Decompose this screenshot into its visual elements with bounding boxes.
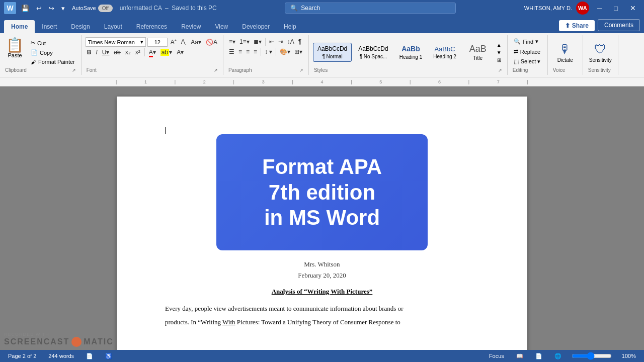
superscript-button[interactable]: x²: [134, 48, 142, 57]
statusbar: Page 2 of 2 244 words 📄 ♿ Focus 📖 📄 🌐 10…: [0, 350, 644, 362]
print-layout-button[interactable]: 📄: [533, 352, 544, 360]
document-page[interactable]: Format APA7th editionin MS Word Mrs. Whi…: [117, 97, 527, 350]
multilevel-list-button[interactable]: ≣▾: [252, 37, 263, 46]
select-icon: ⬚: [514, 58, 519, 65]
justify-button[interactable]: ≡: [252, 47, 259, 56]
autosave-toggle[interactable]: Off: [98, 5, 113, 12]
underline-button[interactable]: U▾: [101, 48, 111, 57]
sensitivity-label: Sensitivity: [589, 57, 612, 63]
styles-expand-icon[interactable]: ↗: [498, 68, 502, 73]
web-layout-button[interactable]: 🌐: [552, 352, 564, 360]
word-count-button[interactable]: 244 words: [46, 352, 76, 360]
find-button[interactable]: 🔍 Find▾: [512, 37, 540, 46]
title-bar-right: WHITSON, AMY D. WA ─ □ ✕: [524, 2, 640, 15]
paragraph-2: products. In “Writing With Pictures: Tow…: [165, 317, 479, 328]
minimize-button[interactable]: ─: [593, 4, 606, 13]
sensitivity-button[interactable]: 🛡: [594, 42, 606, 56]
tab-review[interactable]: Review: [174, 20, 208, 33]
tab-layout[interactable]: Layout: [97, 20, 129, 33]
format-painter-button[interactable]: 🖌 Format Painter: [29, 58, 77, 66]
user-name: WHITSON, AMY D.: [524, 5, 572, 11]
subscript-button[interactable]: x₂: [124, 48, 132, 57]
styles-scroll-up[interactable]: ▲: [495, 42, 503, 48]
cut-icon: ✂: [31, 40, 35, 46]
increase-font-button[interactable]: A+: [169, 38, 178, 47]
copy-button[interactable]: 📄 Copy: [29, 48, 77, 57]
read-mode-button[interactable]: 📖: [514, 352, 525, 360]
styles-scroll-down[interactable]: ▼: [495, 49, 503, 56]
font-expand-icon[interactable]: ↗: [214, 68, 218, 73]
bullets-button[interactable]: ≡▾: [227, 37, 237, 46]
dictate-button[interactable]: 🎙: [559, 42, 571, 56]
numbering-button[interactable]: 1≡▾: [238, 37, 251, 46]
zoom-slider[interactable]: [572, 352, 612, 360]
focus-button[interactable]: Focus: [487, 352, 506, 360]
style-normal[interactable]: AaBbCcDd ¶ Normal: [313, 43, 352, 61]
tab-view[interactable]: View: [208, 20, 235, 33]
styles-more[interactable]: ⊞: [495, 57, 503, 63]
ruler: |1|2| 3|4|5 |6|7|: [0, 77, 644, 86]
clipboard-expand-icon[interactable]: ↗: [72, 68, 76, 73]
restore-button[interactable]: □: [610, 4, 622, 13]
tab-references[interactable]: References: [129, 20, 174, 33]
font-color-button[interactable]: A▾: [147, 48, 157, 57]
zoom-level[interactable]: 100%: [620, 352, 638, 360]
style-no-spacing[interactable]: AaBbCcDd ¶ No Spac...: [354, 43, 392, 61]
change-case-button[interactable]: Aa▾: [189, 38, 203, 47]
shading-button[interactable]: 🎨▾: [278, 47, 292, 56]
align-center-button[interactable]: ≡: [237, 47, 244, 56]
paragraph-1: Every day, people view advertisements me…: [165, 304, 479, 314]
line-spacing-button[interactable]: ↕ ▾: [263, 47, 274, 56]
language-button[interactable]: 📄: [84, 352, 95, 360]
sort-button[interactable]: ↕A: [286, 37, 296, 46]
italic-button[interactable]: I: [94, 48, 99, 57]
bold-button[interactable]: B: [86, 48, 93, 57]
page-container[interactable]: Format APA7th editionin MS Word Mrs. Whi…: [0, 86, 644, 350]
increase-indent-button[interactable]: ⇥: [277, 37, 285, 46]
font-name-select[interactable]: Times New Roman ▾: [86, 37, 146, 47]
strikethrough-button[interactable]: ab: [112, 48, 122, 57]
comments-button[interactable]: Comments: [598, 19, 640, 31]
tab-design[interactable]: Design: [64, 20, 97, 33]
save-button[interactable]: 💾: [19, 4, 31, 13]
word-icon: W: [4, 2, 16, 14]
tab-insert[interactable]: Insert: [35, 20, 64, 33]
page-count[interactable]: Page 2 of 2: [6, 352, 38, 360]
subtitle-line: Analysis of “Writing With Pictures”: [165, 288, 479, 296]
redo-button[interactable]: ↪: [47, 4, 56, 13]
tab-help[interactable]: Help: [277, 20, 303, 33]
style-heading2[interactable]: AaBbC Heading 2: [429, 43, 461, 62]
share-button[interactable]: ⬆ Share: [559, 20, 595, 31]
close-button[interactable]: ✕: [626, 3, 640, 13]
replace-button[interactable]: ⇄ Replace: [512, 47, 542, 56]
select-button[interactable]: ⬚ Select ▾: [512, 57, 543, 66]
search-bar[interactable]: 🔍 Search: [285, 3, 456, 14]
paragraph-label: Paragraph: [228, 67, 252, 73]
style-heading1[interactable]: AaBb Heading 1: [395, 42, 427, 62]
style-h1-preview: AaBb: [401, 45, 420, 53]
doc-name: unformatted CA: [120, 5, 162, 12]
text-cursor: [165, 127, 166, 134]
clear-formatting-button[interactable]: 🚫A: [204, 38, 219, 47]
format-painter-icon: 🖌: [31, 59, 36, 65]
text-effects-button[interactable]: A▾: [175, 48, 185, 57]
undo-button[interactable]: ↩: [34, 4, 44, 13]
align-left-button[interactable]: ☰: [227, 47, 236, 56]
cut-button[interactable]: ✂ Cut: [29, 39, 77, 47]
sensitivity-group-label: Sensitivity: [588, 67, 611, 73]
decrease-font-button[interactable]: A-: [180, 37, 188, 47]
author-line: Mrs. Whitson: [165, 260, 479, 268]
customize-qat-button[interactable]: ▾: [59, 4, 67, 13]
tab-developer[interactable]: Developer: [235, 20, 277, 33]
tab-home[interactable]: Home: [4, 20, 35, 33]
style-title[interactable]: AaB Title: [463, 41, 493, 64]
show-formatting-button[interactable]: ¶: [297, 37, 303, 46]
paragraph-expand-icon[interactable]: ↗: [299, 68, 303, 73]
align-right-button[interactable]: ≡: [245, 47, 251, 56]
highlight-color-button[interactable]: ab▾: [159, 48, 174, 57]
decrease-indent-button[interactable]: ⇤: [268, 37, 276, 46]
borders-button[interactable]: ⊞▾: [293, 47, 304, 56]
font-size-input[interactable]: 12: [147, 38, 168, 47]
paste-button[interactable]: 📋 Paste: [4, 37, 26, 59]
accessibility-button[interactable]: ♿: [103, 352, 114, 360]
